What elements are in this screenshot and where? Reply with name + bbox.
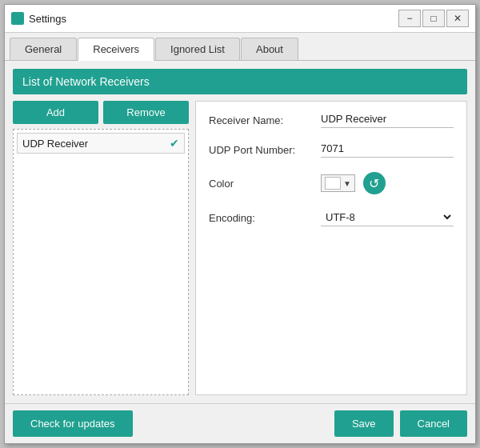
receiver-name-label: Receiver Name:: [209, 114, 313, 126]
tab-bar: General Receivers Ignored List About: [5, 33, 475, 61]
right-panel: Receiver Name: UDP Receiver UDP Port Num…: [195, 101, 467, 395]
settings-window: Settings − □ ✕ General Receivers Ignored…: [4, 4, 476, 444]
reset-color-button[interactable]: ↺: [363, 172, 386, 194]
left-panel: Add Remove UDP Receiver ✔: [13, 101, 189, 395]
title-bar: Settings − □ ✕: [5, 5, 475, 33]
udp-port-row: UDP Port Number: 7071: [209, 142, 454, 158]
reset-icon: ↺: [369, 176, 379, 191]
list-item[interactable]: UDP Receiver ✔: [17, 133, 185, 154]
tab-general[interactable]: General: [10, 38, 77, 60]
tab-about[interactable]: About: [241, 38, 298, 60]
udp-port-label: UDP Port Number:: [209, 144, 313, 156]
add-button[interactable]: Add: [13, 101, 98, 124]
color-row: Color ▼ ↺: [209, 172, 454, 194]
footer-left: Check for updates: [13, 410, 133, 437]
check-updates-button[interactable]: Check for updates: [13, 410, 133, 437]
receiver-name-row: Receiver Name: UDP Receiver: [209, 113, 454, 128]
receiver-item-label: UDP Receiver: [22, 138, 88, 150]
minimize-button[interactable]: −: [398, 10, 421, 27]
encoding-wrapper: UTF-8 ASCII ISO-8859-1 UTF-16: [321, 209, 454, 226]
color-picker[interactable]: ▼: [321, 174, 355, 192]
action-buttons: Add Remove: [13, 101, 189, 124]
udp-port-value[interactable]: 7071: [321, 142, 454, 158]
remove-button[interactable]: Remove: [103, 101, 189, 124]
tab-ignored-list[interactable]: Ignored List: [155, 38, 240, 60]
receiver-list: UDP Receiver ✔: [13, 129, 189, 395]
maximize-button[interactable]: □: [422, 10, 445, 27]
window-title: Settings: [29, 13, 394, 25]
cancel-button[interactable]: Cancel: [400, 410, 467, 437]
encoding-select[interactable]: UTF-8 ASCII ISO-8859-1 UTF-16: [321, 209, 454, 226]
color-swatch: [325, 177, 341, 190]
save-button[interactable]: Save: [334, 410, 394, 437]
footer-right: Save Cancel: [334, 410, 467, 437]
tab-receivers[interactable]: Receivers: [78, 38, 154, 61]
main-area: Add Remove UDP Receiver ✔ Receiver Name:…: [13, 101, 467, 395]
window-controls: − □ ✕: [398, 10, 469, 27]
check-icon: ✔: [170, 137, 179, 150]
section-header: List of Network Receivers: [13, 69, 467, 94]
color-label: Color: [209, 178, 313, 190]
content-area: List of Network Receivers Add Remove UDP…: [5, 61, 475, 403]
footer: Check for updates Save Cancel: [5, 403, 475, 443]
app-icon: [11, 12, 24, 25]
receiver-name-value[interactable]: UDP Receiver: [321, 113, 454, 128]
encoding-row: Encoding: UTF-8 ASCII ISO-8859-1 UTF-16: [209, 209, 454, 226]
color-dropdown-icon: ▼: [343, 179, 351, 188]
encoding-label: Encoding:: [209, 212, 313, 224]
close-button[interactable]: ✕: [446, 10, 469, 27]
